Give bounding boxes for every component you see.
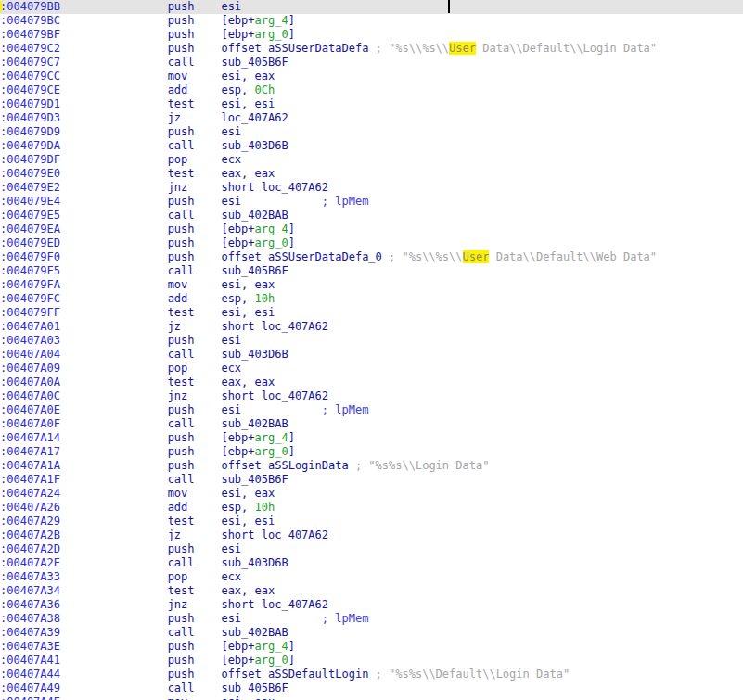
listing-row[interactable]: :00407A0E push esi ; lpMem	[0, 403, 743, 417]
listing-row[interactable]: :00407A0A test eax, eax	[0, 375, 743, 389]
search-highlight: User	[463, 250, 490, 263]
listing-row[interactable]: :004079BC push [ebp+arg_4]	[0, 14, 743, 28]
address-text: :004079E0	[0, 167, 60, 180]
listing-row[interactable]: :004079FC add esp, 10h	[0, 292, 743, 306]
listing-row[interactable]: :00407A4E mov esi, eax	[0, 695, 743, 700]
listing-row[interactable]: :00407A2D push esi	[0, 542, 743, 556]
listing-row[interactable]: :00407A29 test esi, esi	[0, 515, 743, 528]
address-text: :004079CC	[0, 70, 60, 83]
listing-row[interactable]: :00407A1A push offset aSSLoginData ; "%s…	[0, 459, 743, 473]
comment-text: ; lpMem	[322, 195, 369, 208]
listing-row[interactable]: :004079DF pop ecx	[0, 153, 743, 167]
address-text: :004079C7	[0, 56, 60, 69]
listing-row[interactable]: :00407A03 push esi	[0, 334, 743, 348]
listing-row[interactable]: :004079FA mov esi, eax	[0, 278, 743, 292]
address-text: :00407A1F	[0, 473, 60, 486]
text-caret	[448, 0, 450, 13]
listing-row[interactable]: :00407A34 test eax, eax	[0, 584, 743, 598]
comment-text: Data\\Default\\Login Data"	[476, 42, 657, 55]
code-text: call sub_405B6F	[60, 56, 288, 69]
listing-row[interactable]: :004079C2 push offset aSSUserDataDefa ; …	[0, 42, 743, 56]
code-text: ]	[288, 640, 295, 653]
code-text: arg_0	[255, 236, 288, 249]
code-text: call sub_403D6B	[60, 556, 288, 569]
listing-row[interactable]: :00407A44 push offset aSSDefaultLogin ; …	[0, 668, 743, 681]
code-text: push [ebp+	[60, 28, 255, 41]
listing-row[interactable]: :00407A14 push [ebp+arg_4]	[0, 431, 743, 445]
address-text: :00407A38	[0, 612, 60, 625]
comment-text: Data\\Default\\Web Data"	[489, 250, 657, 263]
listing-row[interactable]: :00407A36 jnz short loc_407A62	[0, 598, 743, 612]
address-text: :004079F0	[0, 250, 60, 263]
address-text: :00407A3E	[0, 640, 60, 653]
listing-row[interactable]: :00407A33 pop ecx	[0, 570, 743, 584]
listing-row[interactable]: :004079CC mov esi, eax	[0, 70, 743, 83]
address-text: :00407A34	[0, 584, 60, 597]
code-text: arg_4	[255, 223, 288, 235]
listing-row[interactable]: :00407A39 call sub_402BAB	[0, 626, 743, 640]
listing-row[interactable]: :004079FF test esi, esi	[0, 306, 743, 320]
address-text: :004079D1	[0, 97, 60, 110]
code-text: arg_4	[255, 14, 288, 27]
listing-row[interactable]: :00407A01 jz short loc_407A62	[0, 320, 743, 334]
code-text: ]	[288, 654, 295, 667]
code-text: push [ebp+	[60, 640, 255, 653]
code-text: push [ebp+	[60, 14, 255, 27]
listing-row-selected[interactable]: :004079BB push esi	[0, 0, 743, 14]
listing-row[interactable]: :004079E5 call sub_402BAB	[0, 209, 743, 223]
listing-row[interactable]: :00407A0C jnz short loc_407A62	[0, 389, 743, 403]
listing-row[interactable]: :00407A17 push [ebp+arg_0]	[0, 445, 743, 459]
listing-row[interactable]: :004079E0 test eax, eax	[0, 167, 743, 181]
listing-row[interactable]: :004079DA call sub_403D6B	[0, 139, 743, 153]
listing-row[interactable]: :00407A04 call sub_403D6B	[0, 348, 743, 362]
code-text: ]	[288, 14, 295, 27]
code-text: arg_0	[255, 445, 288, 458]
code-text: push esi	[60, 542, 241, 555]
address-text: :004079BC	[0, 14, 60, 27]
comment-text: ; lpMem	[322, 612, 369, 625]
listing-row[interactable]: :00407A1F call sub_405B6F	[0, 473, 743, 487]
clipped-highlight-marker	[0, 1, 2, 12]
code-text: push [ebp+	[60, 654, 255, 667]
code-text: push [ebp+	[60, 445, 255, 458]
listing-row[interactable]: :004079D1 test esi, esi	[0, 97, 743, 111]
code-text: jnz short loc_407A62	[60, 389, 328, 402]
listing-row[interactable]: :00407A2E call sub_403D6B	[0, 556, 743, 570]
code-text: push offset aSSDefaultLogin	[60, 668, 376, 681]
listing-row[interactable]: :004079C7 call sub_405B6F	[0, 56, 743, 70]
code-text: push [ebp+	[60, 223, 255, 235]
listing-row[interactable]: :004079D3 jz loc_407A62	[0, 111, 743, 125]
code-text: test esi, esi	[60, 97, 275, 110]
code-text: mov esi, eax	[60, 695, 275, 700]
address-text: :00407A2E	[0, 556, 60, 569]
listing-row[interactable]: :00407A09 pop ecx	[0, 362, 743, 375]
address-text: :004079E4	[0, 195, 60, 208]
listing-row[interactable]: :00407A3E push [ebp+arg_4]	[0, 640, 743, 654]
listing-row[interactable]: :004079F5 call sub_405B6F	[0, 264, 743, 278]
comment-text: ; lpMem	[322, 403, 369, 416]
code-text: jz short loc_407A62	[60, 320, 328, 333]
listing-row[interactable]: :00407A38 push esi ; lpMem	[0, 612, 743, 626]
code-text: call sub_405B6F	[60, 681, 288, 694]
address-text: :004079F5	[0, 264, 60, 277]
listing-row[interactable]: :00407A2B jz short loc_407A62	[0, 528, 743, 542]
address-text: :004079BB	[0, 0, 60, 13]
address-text: :00407A1A	[0, 459, 60, 472]
listing-row[interactable]: :004079ED push [ebp+arg_0]	[0, 236, 743, 250]
listing-row[interactable]: :004079CE add esp, 0Ch	[0, 83, 743, 97]
address-text: :00407A49	[0, 681, 60, 694]
listing-row[interactable]: :004079F0 push offset aSSUserDataDefa_0 …	[0, 250, 743, 264]
listing-row[interactable]: :00407A49 call sub_405B6F	[0, 681, 743, 695]
listing-row[interactable]: :00407A0F call sub_402BAB	[0, 417, 743, 431]
listing-row[interactable]: :004079E2 jnz short loc_407A62	[0, 181, 743, 195]
listing-row[interactable]: :00407A41 push [ebp+arg_0]	[0, 654, 743, 668]
listing-row[interactable]: :004079D9 push esi	[0, 125, 743, 139]
code-text: push esi	[60, 403, 322, 416]
listing-row[interactable]: :004079E4 push esi ; lpMem	[0, 195, 743, 209]
listing-row[interactable]: :00407A24 mov esi, eax	[0, 487, 743, 501]
listing-row[interactable]: :004079BF push [ebp+arg_0]	[0, 28, 743, 42]
listing-row[interactable]: :00407A26 add esp, 10h	[0, 501, 743, 515]
listing-row[interactable]: :004079EA push [ebp+arg_4]	[0, 223, 743, 236]
code-text: arg_0	[255, 654, 288, 667]
address-text: :004079D9	[0, 125, 60, 138]
